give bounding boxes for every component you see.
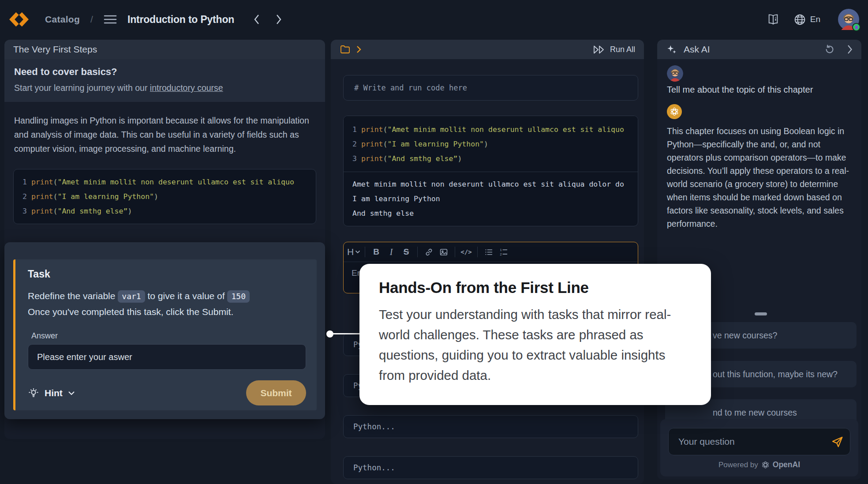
- brand-logo-icon[interactable]: [9, 11, 29, 28]
- run-all-icon: [592, 45, 606, 54]
- ask-ai-panel: Ask AI: [657, 40, 861, 480]
- formatting-toolbar: H B I S: [344, 242, 638, 262]
- language-label: En: [810, 15, 820, 24]
- question-box: Powered by OpenAI: [660, 419, 858, 476]
- tour-tooltip-title: Hands-On from the First Line: [379, 279, 692, 296]
- sparkles-icon: [666, 44, 677, 55]
- tour-tooltip: Hands-On from the First Line Test your u…: [359, 264, 711, 405]
- tour-connector-dot: [326, 330, 333, 338]
- numbered-list-icon[interactable]: 1 2: [496, 245, 511, 259]
- bold-button[interactable]: B: [369, 245, 384, 259]
- lesson-title: The Very First Steps: [13, 44, 97, 55]
- openai-label: OpenAI: [773, 460, 800, 469]
- hint-button[interactable]: Hint: [28, 387, 75, 399]
- editor-header: Run All: [331, 40, 644, 59]
- powered-by: Powered by OpenAI: [660, 460, 858, 469]
- collapse-panel-icon[interactable]: [847, 45, 853, 54]
- python-cell-4[interactable]: Python...: [343, 456, 638, 479]
- task-card: Task Redefine the variable var1 to give …: [13, 259, 317, 410]
- svg-text:1: 1: [500, 248, 502, 251]
- chevron-down-icon: [68, 391, 75, 395]
- task-description: Redefine the variable var1 to give it a …: [28, 288, 306, 320]
- run-all-button[interactable]: Run All: [592, 45, 635, 54]
- code-chip-var1: var1: [118, 290, 145, 303]
- question-input[interactable]: [668, 428, 850, 455]
- lesson-panel: The Very First Steps Need to cover basic…: [4, 40, 325, 439]
- lesson-paragraph: Handling images in Python is important b…: [14, 113, 318, 156]
- lessons-menu-icon[interactable]: [104, 15, 117, 24]
- python-cell-3[interactable]: Python...: [343, 415, 638, 438]
- tour-tooltip-body: Test your understanding with tasks that …: [379, 304, 692, 386]
- openai-logo-icon: [761, 461, 770, 469]
- prev-chapter-icon[interactable]: [251, 14, 262, 25]
- code-chip-150: 150: [227, 290, 250, 303]
- answer-label: Answer: [31, 331, 306, 341]
- send-icon[interactable]: [830, 435, 844, 449]
- ai-message: This chapter focuses on using Boolean lo…: [667, 124, 855, 230]
- link-icon[interactable]: [421, 245, 436, 259]
- next-chapter-icon[interactable]: [273, 14, 284, 25]
- svg-text:2: 2: [500, 252, 502, 256]
- strikethrough-button[interactable]: S: [399, 245, 414, 259]
- openai-avatar-icon: [667, 104, 682, 119]
- ask-ai-title: Ask AI: [684, 44, 710, 55]
- code-editor-panel: Run All # Write and run code here 1 prin…: [331, 40, 644, 484]
- lesson-panel-header: The Very First Steps: [4, 40, 325, 59]
- task-heading: Task: [28, 268, 306, 280]
- code-cell-source: 1 print("Amet minim mollit non deserunt …: [344, 116, 638, 172]
- chat-user-avatar: [667, 65, 683, 82]
- lesson-code-block: 1 print("Amet minim mollit non deserunt …: [13, 169, 316, 224]
- hint-label: Hint: [45, 388, 63, 398]
- info-text: Start your learning journey with our: [14, 83, 150, 93]
- tour-connector-line: [330, 333, 361, 334]
- ask-ai-header: Ask AI: [657, 40, 861, 59]
- heading-button[interactable]: H: [346, 245, 361, 259]
- italic-button[interactable]: I: [384, 245, 399, 259]
- avatar-status-badge: [852, 23, 861, 31]
- user-message: Tell me about the topic of this chapter: [667, 85, 813, 95]
- code-format-icon[interactable]: </>: [459, 245, 474, 259]
- breadcrumb-separator: /: [90, 14, 93, 25]
- info-heading: Need to cover basics?: [14, 66, 315, 78]
- globe-icon: [793, 13, 806, 26]
- reset-chat-icon[interactable]: [824, 44, 835, 55]
- resize-handle[interactable]: [755, 312, 767, 315]
- introductory-course-link[interactable]: introductory course: [150, 83, 223, 93]
- task-section: Task Redefine the variable var1 to give …: [4, 242, 325, 419]
- image-icon[interactable]: [436, 245, 451, 259]
- breadcrumb-chevron-icon: [356, 45, 361, 53]
- scratch-code-input[interactable]: # Write and run code here: [343, 75, 638, 101]
- code-cell-output: Amet minim mollit non deserunt ullamco e…: [344, 172, 638, 226]
- breadcrumb-catalog[interactable]: Catalog: [45, 14, 80, 25]
- submit-button[interactable]: Submit: [246, 380, 306, 405]
- basics-info-box: Need to cover basics? Start your learnin…: [4, 59, 325, 102]
- user-avatar[interactable]: [838, 9, 859, 30]
- folder-icon[interactable]: [340, 45, 351, 54]
- glossary-book-icon[interactable]: [766, 13, 780, 26]
- language-selector[interactable]: En: [793, 13, 820, 26]
- bullet-list-icon[interactable]: [481, 245, 496, 259]
- answer-input[interactable]: [28, 344, 306, 370]
- page-title: Introduction to Python: [127, 14, 234, 26]
- lightbulb-icon: [28, 387, 39, 399]
- navbar: Catalog / Introduction to Python: [0, 0, 868, 39]
- code-cell[interactable]: 1 print("Amet minim mollit non deserunt …: [343, 116, 638, 226]
- app-root: Catalog / Introduction to Python: [0, 0, 868, 484]
